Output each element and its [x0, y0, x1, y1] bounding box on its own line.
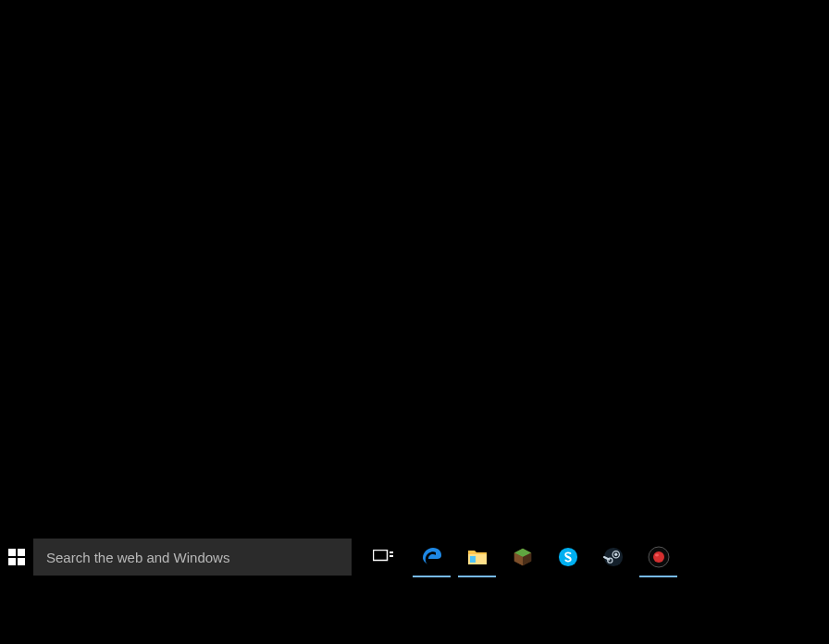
- taskbar-app-record[interactable]: [636, 539, 681, 576]
- taskbar: [0, 539, 829, 576]
- svg-rect-6: [390, 555, 393, 557]
- svg-rect-1: [18, 549, 25, 556]
- taskbar-app-minecraft[interactable]: [500, 539, 545, 576]
- skype-icon: [557, 546, 579, 568]
- taskbar-app-edge[interactable]: [409, 539, 454, 576]
- taskbar-app-skype[interactable]: [545, 539, 590, 576]
- task-view-button[interactable]: [361, 539, 405, 576]
- search-input[interactable]: [33, 539, 352, 576]
- svg-rect-3: [18, 558, 25, 565]
- svg-point-20: [655, 554, 659, 557]
- edge-icon: [421, 546, 443, 568]
- file-explorer-icon: [466, 546, 489, 568]
- svg-point-16: [614, 553, 617, 556]
- svg-rect-0: [8, 549, 16, 556]
- start-button[interactable]: [0, 539, 33, 576]
- windows-icon: [8, 549, 25, 565]
- svg-rect-4: [374, 551, 388, 561]
- svg-rect-8: [470, 556, 476, 563]
- svg-rect-5: [390, 551, 393, 553]
- svg-rect-2: [8, 558, 16, 565]
- taskbar-apps: [409, 539, 681, 576]
- minecraft-icon: [512, 546, 534, 568]
- taskbar-app-steam[interactable]: [590, 539, 636, 576]
- svg-point-19: [653, 551, 664, 563]
- steam-icon: [602, 546, 625, 568]
- task-view-icon: [373, 550, 393, 564]
- taskbar-app-file-explorer[interactable]: [454, 539, 500, 576]
- record-icon: [648, 546, 670, 568]
